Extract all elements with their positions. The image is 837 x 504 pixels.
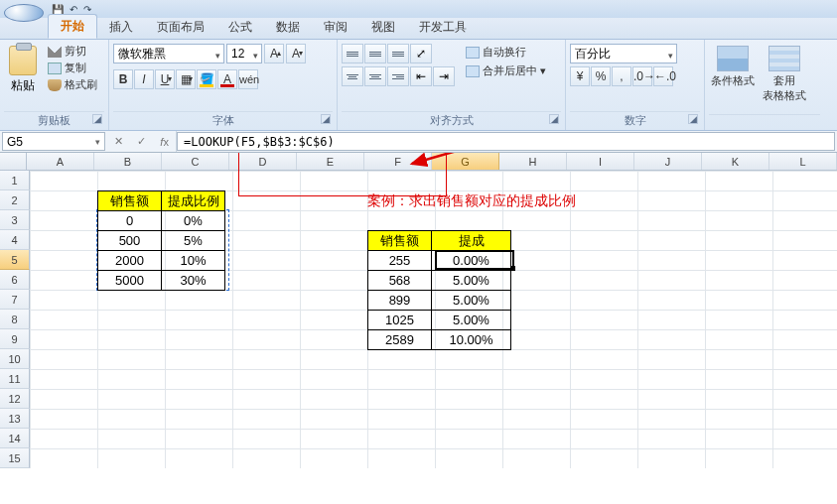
col-header-E[interactable]: E — [297, 153, 364, 170]
phonetic-button[interactable]: wén — [238, 69, 258, 89]
number-format-combo[interactable]: 百分比 — [570, 44, 677, 63]
align-middle-button[interactable] — [364, 44, 386, 63]
table-row: 2550.00% — [368, 251, 511, 271]
row-header-5[interactable]: 5 — [0, 250, 30, 270]
orientation-button[interactable]: ⤢ — [410, 44, 432, 63]
office-button[interactable] — [4, 4, 44, 22]
tab-home[interactable]: 开始 — [48, 14, 97, 39]
tab-review[interactable]: 审阅 — [312, 16, 359, 39]
bold-button[interactable]: B — [113, 69, 133, 89]
row-header-8[interactable]: 8 — [0, 310, 30, 329]
row-header-7[interactable]: 7 — [0, 290, 30, 310]
name-box[interactable]: G5 — [2, 132, 105, 151]
currency-button[interactable]: ¥ — [570, 66, 590, 86]
shrink-font-button[interactable]: A▾ — [286, 44, 306, 63]
number-launcher[interactable]: ◢ — [688, 114, 698, 124]
tab-insert[interactable]: 插入 — [97, 16, 145, 39]
font-name-combo[interactable]: 微软雅黑 — [113, 44, 224, 63]
fx-cancel-icon[interactable]: ✕ — [114, 135, 123, 148]
t1-h1: 销售额 — [98, 191, 162, 211]
tab-formula[interactable]: 公式 — [216, 16, 264, 39]
col-header-K[interactable]: K — [702, 153, 769, 170]
select-all-corner[interactable] — [0, 153, 27, 170]
tab-view[interactable]: 视图 — [359, 16, 407, 39]
merge-center-button[interactable]: 合并后居中▾ — [463, 63, 549, 79]
cells-area[interactable]: 销售额提成比例 00%5005%200010%500030% 案例：求出销售额对… — [30, 171, 837, 468]
group-alignment: ⤢ ⇤ ⇥ 自动换行 合并后居中▾ 对齐方式◢ — [338, 40, 566, 130]
qat-redo-icon[interactable]: ↷ — [83, 4, 91, 15]
alignment-launcher[interactable]: ◢ — [549, 114, 559, 124]
row-header-12[interactable]: 12 — [0, 389, 30, 409]
group-font: 微软雅黑 12 A▴ A▾ B I U▾ ▦▾ 🪣 A wén 字体◢ — [109, 40, 338, 130]
fx-confirm-icon[interactable]: ✓ — [137, 135, 146, 148]
percent-button[interactable]: % — [591, 66, 611, 86]
col-header-B[interactable]: B — [94, 153, 162, 170]
sheet-table-rates: 销售额提成比例 00%5005%200010%500030% — [97, 190, 225, 291]
clipboard-launcher[interactable]: ◢ — [92, 114, 102, 124]
worksheet-grid[interactable]: ABCDEFGHIJKL 123456789101112131415 销售额提成… — [0, 153, 837, 504]
font-launcher[interactable]: ◢ — [321, 114, 331, 124]
font-color-button[interactable]: A — [217, 69, 237, 89]
align-top-button[interactable] — [342, 44, 363, 63]
paste-button[interactable]: 粘贴 — [4, 44, 42, 94]
row-header-15[interactable]: 15 — [0, 448, 30, 468]
align-right-button[interactable] — [387, 66, 409, 86]
row-header-11[interactable]: 11 — [0, 369, 30, 389]
col-header-A[interactable]: A — [27, 153, 94, 170]
indent-inc-button[interactable]: ⇥ — [433, 66, 455, 86]
border-button[interactable]: ▦▾ — [176, 69, 196, 89]
qat-save-icon[interactable]: 💾 — [52, 4, 64, 15]
comma-button[interactable]: , — [612, 66, 631, 86]
cond-format-icon — [717, 46, 749, 71]
row-header-10[interactable]: 10 — [0, 349, 30, 369]
col-header-D[interactable]: D — [229, 153, 297, 170]
col-header-H[interactable]: H — [499, 153, 567, 170]
t2-h2: 提成 — [432, 231, 511, 251]
tab-layout[interactable]: 页面布局 — [145, 16, 216, 39]
conditional-format-button[interactable]: 条件格式 — [709, 44, 757, 88]
row-header-14[interactable]: 14 — [0, 429, 30, 448]
format-painter-button[interactable]: 格式刷 — [48, 77, 97, 92]
row-header-1[interactable]: 1 — [0, 171, 30, 190]
paste-label: 粘贴 — [4, 77, 42, 94]
increase-decimal-button[interactable]: .0→ — [632, 66, 652, 86]
wrap-text-button[interactable]: 自动换行 — [463, 44, 549, 61]
underline-button[interactable]: U▾ — [155, 69, 175, 89]
row-header-6[interactable]: 6 — [0, 270, 30, 290]
col-header-J[interactable]: J — [634, 153, 702, 170]
row-header-2[interactable]: 2 — [0, 190, 30, 210]
copy-button[interactable]: 复制 — [48, 61, 97, 75]
tab-dev[interactable]: 开发工具 — [407, 16, 479, 39]
tab-data[interactable]: 数据 — [264, 16, 312, 39]
t1-h2: 提成比例 — [162, 191, 225, 211]
row-header-13[interactable]: 13 — [0, 409, 30, 429]
fx-icon[interactable]: fx — [160, 136, 169, 148]
row-header-9[interactable]: 9 — [0, 329, 30, 349]
indent-dec-button[interactable]: ⇤ — [410, 66, 432, 86]
table-row: 5005% — [98, 231, 225, 251]
decrease-decimal-button[interactable]: ←.0 — [653, 66, 673, 86]
table-format-button[interactable]: 套用 表格格式 — [761, 44, 808, 103]
group-clipboard: 粘贴 剪切 复制 格式刷 剪贴板◢ — [0, 40, 109, 130]
row-header-4[interactable]: 4 — [0, 230, 30, 250]
italic-button[interactable]: I — [134, 69, 154, 89]
row-header-3[interactable]: 3 — [0, 210, 30, 230]
formula-input[interactable]: =LOOKUP(F5,$B$3:$C$6) — [177, 132, 835, 151]
fill-color-button[interactable]: 🪣 — [197, 69, 216, 89]
col-header-I[interactable]: I — [567, 153, 634, 170]
col-header-L[interactable]: L — [769, 153, 837, 170]
align-bottom-button[interactable] — [387, 44, 409, 63]
cut-button[interactable]: 剪切 — [48, 44, 97, 59]
align-center-button[interactable] — [364, 66, 386, 86]
table-row: 258910.00% — [368, 330, 511, 350]
col-header-G[interactable]: G — [432, 153, 499, 170]
grow-font-button[interactable]: A▴ — [264, 44, 284, 63]
font-size-combo[interactable]: 12 — [226, 44, 262, 63]
col-header-F[interactable]: F — [364, 153, 432, 170]
group-label-styles — [709, 114, 820, 130]
table-row: 8995.00% — [368, 291, 511, 311]
align-left-button[interactable] — [342, 66, 363, 86]
group-label-clipboard: 剪贴板◢ — [4, 111, 104, 130]
qat-undo-icon[interactable]: ↶ — [70, 4, 77, 15]
col-header-C[interactable]: C — [162, 153, 229, 170]
